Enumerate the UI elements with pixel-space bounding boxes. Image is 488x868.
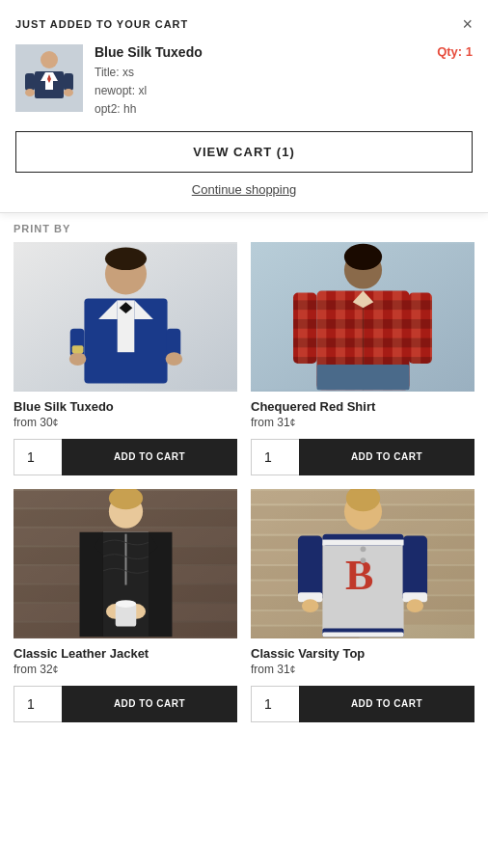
- add-to-cart-button-4[interactable]: ADD TO CART: [299, 686, 474, 722]
- product-card-classic-varsity-top: B Classic Varsity Top from 31¢: [251, 489, 474, 722]
- product-price-4: from 31¢: [251, 663, 474, 676]
- svg-point-8: [64, 89, 73, 96]
- opt2-value: hh: [123, 102, 136, 116]
- svg-rect-37: [317, 364, 410, 389]
- product-name-4: Classic Varsity Top: [251, 646, 474, 661]
- add-to-cart-row-4: ADD TO CART: [251, 686, 474, 722]
- product-image-blue-silk-tuxedo: [14, 242, 237, 392]
- add-to-cart-button-3[interactable]: ADD TO CART: [62, 686, 237, 722]
- product-price-3: from 32¢: [14, 663, 237, 676]
- svg-rect-36: [408, 292, 431, 363]
- svg-rect-60: [251, 505, 355, 519]
- view-cart-button[interactable]: VIEW CART (1): [15, 131, 473, 173]
- product-price-1: from 30¢: [14, 416, 237, 429]
- svg-point-88: [407, 599, 424, 612]
- qty-input-2[interactable]: [251, 439, 299, 475]
- newopt-label: newopt:: [95, 84, 135, 97]
- add-to-cart-button-1[interactable]: ADD TO CART: [62, 439, 237, 475]
- cart-item-info: Blue Silk Tuxedo Title: xs newopt: xl op…: [83, 44, 437, 120]
- qty-label: Qty:: [437, 44, 462, 59]
- svg-point-57: [116, 600, 137, 608]
- svg-point-87: [302, 599, 319, 612]
- cart-item-image: [15, 44, 83, 112]
- svg-rect-82: [322, 539, 403, 545]
- newopt-value: xl: [138, 84, 147, 97]
- add-to-cart-row-1: ADD TO CART: [14, 439, 237, 475]
- svg-point-7: [25, 89, 35, 96]
- svg-rect-25: [72, 345, 84, 353]
- qty-input-1[interactable]: [14, 439, 62, 475]
- svg-rect-6: [64, 73, 73, 91]
- svg-rect-84: [322, 632, 403, 637]
- qty-value: 1: [466, 44, 473, 59]
- product-name-3: Classic Leather Jacket: [14, 646, 237, 661]
- products-grid: Blue Silk Tuxedo from 30¢ ADD TO CART: [14, 242, 474, 722]
- product-card-chequered-red-shirt: Chequered Red Shirt from 31¢ ADD TO CART: [251, 242, 474, 475]
- product-image-classic-varsity-top: B: [251, 489, 474, 638]
- cart-item-row: Blue Silk Tuxedo Title: xs newopt: xl op…: [15, 44, 473, 120]
- qty-input-4[interactable]: [251, 686, 299, 722]
- svg-rect-35: [293, 292, 316, 363]
- product-name-1: Blue Silk Tuxedo: [14, 399, 237, 414]
- product-image-classic-leather-jacket: [14, 489, 237, 638]
- svg-point-85: [361, 546, 366, 552]
- cart-notification-header: JUST ADDED TO YOUR CART ×: [15, 15, 473, 33]
- svg-rect-77: [403, 535, 427, 602]
- svg-text:B: B: [345, 552, 373, 599]
- svg-rect-5: [25, 73, 35, 91]
- products-section-label: PRINT BY: [14, 223, 474, 234]
- close-button[interactable]: ×: [462, 15, 473, 33]
- add-to-cart-button-2[interactable]: ADD TO CART: [299, 439, 474, 475]
- product-name-2: Chequered Red Shirt: [251, 399, 474, 414]
- products-section: PRINT BY: [0, 213, 488, 742]
- qty-input-3[interactable]: [14, 686, 62, 722]
- add-to-cart-row-2: ADD TO CART: [251, 439, 474, 475]
- cart-notification: JUST ADDED TO YOUR CART ×: [0, 0, 488, 213]
- product-card-classic-leather-jacket: Classic Leather Jacket from 32¢ ADD TO C…: [14, 489, 237, 722]
- svg-point-31: [344, 243, 382, 269]
- title-value: xs: [122, 66, 134, 79]
- cart-notification-title: JUST ADDED TO YOUR CART: [15, 18, 188, 30]
- product-image-chequered-red-shirt: [251, 242, 474, 392]
- opt2-label: opt2:: [95, 102, 121, 116]
- product-card-blue-silk-tuxedo: Blue Silk Tuxedo from 30¢ ADD TO CART: [14, 242, 237, 475]
- add-to-cart-row-3: ADD TO CART: [14, 686, 237, 722]
- svg-point-23: [69, 352, 87, 366]
- title-label: Title:: [95, 66, 120, 79]
- cart-item-meta: Title: xs newopt: xl opt2: hh: [95, 64, 437, 120]
- svg-rect-76: [298, 535, 322, 602]
- continue-shopping-link[interactable]: Continue shopping: [15, 182, 473, 201]
- svg-point-1: [41, 51, 58, 68]
- svg-point-15: [105, 247, 147, 269]
- product-price-2: from 31¢: [251, 416, 474, 429]
- svg-point-24: [166, 352, 183, 366]
- cart-item-qty: Qty: 1: [437, 44, 473, 59]
- cart-item-name: Blue Silk Tuxedo: [95, 44, 437, 60]
- svg-point-86: [361, 557, 366, 563]
